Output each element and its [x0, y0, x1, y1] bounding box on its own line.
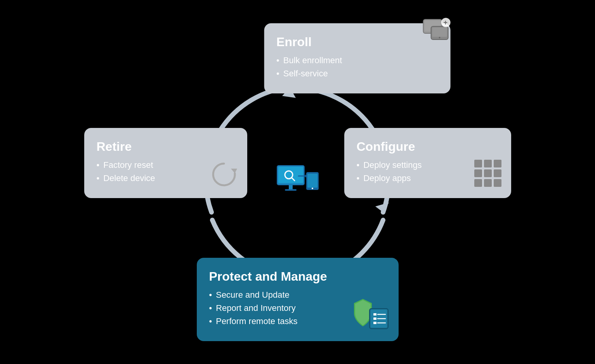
- svg-rect-3: [278, 167, 303, 183]
- card-protect: Protect and Manage Secure and Update Rep…: [197, 258, 399, 341]
- card-configure: Configure Deploy settings Deploy apps: [344, 128, 511, 198]
- svg-rect-21: [494, 160, 501, 167]
- enroll-item-1: Bulk enrollment: [276, 55, 438, 66]
- svg-marker-28: [231, 169, 237, 173]
- enroll-list: Bulk enrollment Self-service: [276, 55, 438, 79]
- svg-rect-24: [494, 169, 501, 177]
- configure-title: Configure: [357, 140, 499, 154]
- svg-rect-4: [289, 185, 293, 190]
- center-icon: [275, 164, 314, 195]
- svg-text:+: +: [443, 19, 448, 26]
- svg-point-16: [439, 37, 440, 38]
- card-retire: Retire Factory reset Delete device: [84, 128, 247, 198]
- configure-icon: [472, 158, 503, 190]
- svg-rect-5: [285, 189, 297, 191]
- protect-title: Protect and Manage: [209, 269, 386, 284]
- retire-title: Retire: [97, 140, 235, 154]
- svg-rect-20: [484, 160, 492, 167]
- retire-icon: [208, 158, 239, 190]
- enroll-icon: +: [419, 16, 454, 48]
- svg-rect-25: [474, 179, 482, 187]
- svg-rect-10: [307, 174, 317, 188]
- enroll-title: Enroll: [276, 35, 438, 49]
- diagram-container: + Enroll Bulk enrollment Self-service Co…: [84, 16, 511, 349]
- svg-rect-15: [432, 28, 447, 37]
- svg-rect-35: [373, 322, 376, 324]
- svg-rect-27: [494, 179, 501, 187]
- svg-rect-26: [484, 179, 492, 187]
- svg-rect-33: [373, 317, 376, 320]
- svg-rect-19: [474, 160, 482, 167]
- svg-rect-23: [484, 169, 492, 177]
- enroll-item-2: Self-service: [276, 69, 438, 79]
- card-enroll: + Enroll Bulk enrollment Self-service: [264, 23, 450, 93]
- svg-point-11: [312, 188, 313, 189]
- svg-rect-22: [474, 169, 482, 177]
- protect-icon: [352, 297, 391, 333]
- svg-rect-31: [373, 313, 376, 316]
